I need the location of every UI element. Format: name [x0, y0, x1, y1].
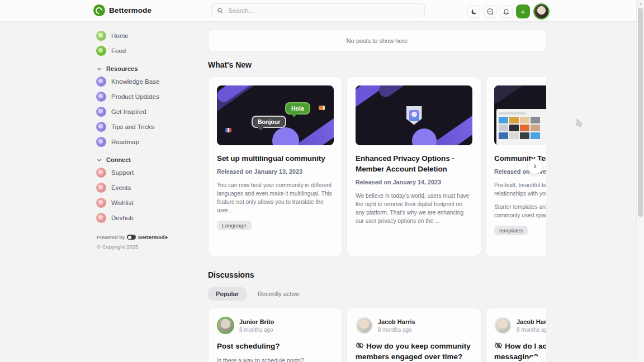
carousel-next-button[interactable]: ›: [527, 159, 543, 174]
powered-by-link[interactable]: Powered byBettermode: [97, 234, 208, 240]
discussion-card[interactable]: Jacob Harris 8 months ago How do you kee…: [347, 308, 481, 362]
brand-home-link[interactable]: Bettermode: [93, 4, 151, 16]
events-icon: [96, 183, 106, 193]
sidebar-section-label: Resources: [106, 65, 138, 72]
sidebar-item-knowledge-base[interactable]: Knowledge Base: [89, 74, 208, 89]
sidebar-section-connect[interactable]: Connect: [89, 156, 208, 163]
powered-by-brand: Bettermode: [138, 234, 168, 240]
post-timestamp: 8 months ago: [517, 327, 546, 333]
card-tags: templates: [494, 225, 546, 235]
card-excerpt-paragraph: Starter templates are included for creat…: [494, 203, 546, 220]
badge-avatar: [409, 110, 419, 121]
bell-icon: [503, 8, 510, 15]
sidebar-item-home[interactable]: Home: [89, 28, 208, 43]
powered-by-label: Powered by: [97, 234, 125, 240]
devhub-icon: [96, 213, 106, 223]
main-content: No posts to show here What's New Bonjour…: [208, 21, 546, 362]
wishlist-icon: [96, 198, 106, 208]
sidebar-item-events[interactable]: Events: [89, 180, 208, 195]
sidebar-item-get-inspired[interactable]: Get Inspired: [89, 104, 208, 119]
card-excerpt: Pre-built, beautiful templates build rel…: [494, 181, 546, 220]
search-bar[interactable]: [211, 3, 425, 17]
create-post-button[interactable]: +: [516, 4, 530, 18]
post-title: How do you keep community members engage…: [356, 341, 472, 362]
sidebar-item-label: Wishlist: [111, 199, 134, 206]
sidebar-item-label: Devhub: [111, 215, 134, 221]
top-navbar: Bettermode +: [0, 0, 644, 22]
cursor-arrow-icon: [576, 118, 583, 128]
chevron-down-icon: [97, 158, 102, 163]
user-avatar[interactable]: [533, 3, 550, 20]
sidebar-section-label: Connect: [106, 156, 131, 163]
card-cover-image: [494, 85, 546, 145]
tag-pill[interactable]: Language: [217, 221, 252, 230]
discussion-card[interactable]: Jacob Harris 8 months ago How do I activ…: [485, 308, 546, 362]
messages-button[interactable]: [484, 5, 496, 18]
tab-popular[interactable]: Popular: [208, 287, 247, 301]
product-updates-icon: [96, 92, 106, 102]
author-name: Junior Brito: [239, 318, 274, 326]
template-screenshot: [496, 109, 546, 145]
card-cover-image: [356, 85, 472, 145]
whats-new-card[interactable]: Enhanced Privacy Options - Member Accoun…: [347, 77, 481, 256]
art-shape: [494, 85, 534, 106]
sidebar-item-product-updates[interactable]: Product Updates: [89, 89, 208, 104]
mouse-cursor: [576, 118, 583, 130]
post-timestamp: 8 months ago: [378, 327, 415, 333]
search-icon: [217, 7, 223, 14]
search-input[interactable]: [227, 7, 419, 15]
discussion-card[interactable]: Junior Brito 8 months ago Post schedulin…: [208, 308, 343, 362]
sidebar-footer: Powered byBettermode© Copyright 2023: [89, 234, 208, 250]
post-header: Jacob Harris 8 months ago: [356, 317, 472, 334]
card-excerpt: You can now host your community in diffe…: [217, 181, 334, 215]
sidebar-item-support[interactable]: Support: [89, 165, 208, 180]
author-avatar[interactable]: [217, 317, 234, 334]
author-avatar[interactable]: [494, 317, 512, 334]
chevron-down-icon: [97, 66, 102, 72]
knowledge-base-icon: [96, 77, 106, 87]
card-title: Enhanced Privacy Options - Member Accoun…: [356, 153, 472, 174]
bettermode-mark-icon: [127, 235, 136, 240]
sidebar-item-label: Events: [111, 184, 131, 191]
page-scrollbar[interactable]: ▲: [636, 0, 644, 362]
moon-icon: [471, 8, 477, 15]
discussions-tabs: PopularRecently active: [208, 287, 546, 301]
sidebar-item-devhub[interactable]: Devhub: [89, 210, 208, 225]
dark-mode-button[interactable]: [467, 5, 480, 18]
hola-speech-bubble: Hola: [285, 102, 310, 115]
tab-recently-active[interactable]: Recently active: [258, 290, 300, 297]
sidebar-item-tips-and-tricks[interactable]: Tips and Tricks: [89, 119, 208, 134]
sidebar-section-resources[interactable]: Resources: [89, 65, 208, 72]
post-title: Post scheduling?: [217, 341, 334, 351]
post-header: Junior Brito 8 months ago: [217, 317, 334, 334]
post-timestamp: 8 months ago: [239, 327, 274, 333]
art-shape: [376, 85, 434, 99]
tips-and-tricks-icon: [96, 122, 106, 132]
sidebar-item-label: Home: [111, 32, 129, 39]
bettermode-logo-icon: [93, 4, 105, 16]
sidebar-item-feed[interactable]: Feed: [89, 43, 208, 58]
tag-pill[interactable]: templates: [494, 226, 528, 235]
french-flag-icon: [225, 128, 231, 132]
home-icon: [96, 31, 106, 41]
get-inspired-icon: [96, 107, 106, 117]
copyright-text: © Copyright 2023: [97, 244, 208, 250]
whats-new-card[interactable]: BonjourHola Set up multilingual communit…: [208, 77, 343, 256]
empty-posts-message: No posts to show here: [347, 37, 408, 44]
chat-bubble-icon: [486, 8, 494, 15]
sidebar-navigation: Home Feed Resources Knowledge Base Produ…: [89, 21, 208, 250]
post-header: Jacob Harris 8 months ago: [494, 317, 546, 334]
sidebar-item-label: Roadmap: [111, 139, 139, 145]
card-release-date: Released on January 13, 2023: [217, 168, 334, 175]
bonjour-speech-bubble: Bonjour: [252, 116, 286, 128]
whats-new-carousel: BonjourHola Set up multilingual communit…: [208, 77, 546, 256]
sidebar-item-wishlist[interactable]: Wishlist: [89, 195, 208, 210]
brand-name: Bettermode: [109, 6, 151, 15]
chevron-right-icon: ›: [533, 359, 536, 362]
scrollbar-thumb[interactable]: [638, 8, 643, 217]
notifications-button[interactable]: [500, 5, 513, 18]
scrollbar-up-arrow[interactable]: ▲: [637, 1, 644, 6]
sidebar-item-roadmap[interactable]: Roadmap: [89, 134, 208, 149]
author-name: Jacob Harris: [517, 318, 546, 326]
author-avatar[interactable]: [356, 317, 373, 334]
